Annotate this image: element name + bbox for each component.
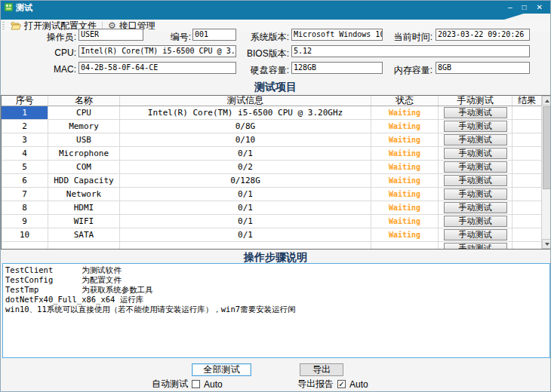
operator-label: 操作员: bbox=[23, 31, 76, 44]
result-cell bbox=[513, 133, 541, 146]
status-text: Waiting bbox=[389, 217, 420, 225]
hdd-label: 硬盘容量: bbox=[242, 64, 289, 77]
table-row[interactable]: 4 Microphone 0/1 Waiting 手动测试 bbox=[2, 147, 541, 161]
header-result[interactable]: 结果 bbox=[513, 96, 541, 106]
result-cell bbox=[513, 228, 541, 241]
header-no[interactable]: 序号 bbox=[2, 96, 48, 106]
scroll-up-button[interactable] bbox=[542, 96, 551, 106]
table-row[interactable]: 手动测试 bbox=[2, 242, 541, 250]
table-row[interactable]: 5 COM 0/2 Waiting 手动测试 bbox=[2, 161, 541, 174]
table-row[interactable]: 10 SATA 0/1 Waiting 手动测试 bbox=[2, 228, 541, 242]
status-text: Waiting bbox=[389, 163, 420, 171]
app-icon bbox=[5, 3, 13, 11]
system-version-label: 系统版本: bbox=[242, 31, 289, 44]
manual-test-button[interactable]: 手动测试 bbox=[444, 188, 507, 200]
result-cell bbox=[513, 106, 541, 119]
header-manual[interactable]: 手动测试 bbox=[439, 96, 513, 106]
table-row[interactable]: 9 WIFI 0/1 Waiting 手动测试 bbox=[2, 215, 541, 228]
cpu-label: CPU: bbox=[23, 47, 76, 58]
status-text: Waiting bbox=[389, 122, 420, 130]
result-cell bbox=[513, 161, 541, 173]
table-row[interactable]: 8 HDMI 0/1 Waiting 手动测试 bbox=[2, 201, 541, 215]
scrollbar-thumb[interactable] bbox=[543, 106, 551, 189]
table-header-row: 序号 名称 测试信息 状态 手动测试 结果 bbox=[2, 96, 541, 106]
header-status[interactable]: 状态 bbox=[371, 96, 439, 106]
result-cell bbox=[513, 188, 541, 201]
number-label: 编号: bbox=[146, 31, 191, 44]
hdd-field[interactable]: 128GB bbox=[291, 62, 383, 74]
status-text: Waiting bbox=[389, 136, 420, 144]
test-items-table: 序号 名称 测试信息 状态 手动测试 结果 1 CPU Intel(R) Cor… bbox=[1, 95, 551, 250]
memory-label: 内存容量: bbox=[387, 64, 432, 77]
header-info[interactable]: 测试信息 bbox=[120, 96, 371, 106]
minimize-button[interactable]: – bbox=[508, 2, 513, 12]
app-window: 测试 – □ ✕ 打开测试配置文件 ⚙ 接口管理 操作员: USER 编号: 0… bbox=[0, 0, 551, 392]
mac-label: MAC: bbox=[23, 64, 76, 75]
export-report-option-label: Auto bbox=[349, 379, 368, 390]
maximize-button[interactable]: □ bbox=[522, 2, 527, 12]
window-title: 测试 bbox=[16, 2, 32, 14]
export-report-checkbox[interactable]: ✓ bbox=[337, 380, 346, 388]
table-scrollbar[interactable] bbox=[541, 96, 551, 249]
result-cell bbox=[513, 215, 541, 228]
status-text: Waiting bbox=[389, 190, 420, 198]
status-text: Waiting bbox=[389, 176, 420, 185]
manual-test-button[interactable]: 手动测试 bbox=[444, 175, 507, 186]
toolbar-grip[interactable] bbox=[2, 22, 5, 30]
auto-test-label: 自动测试 bbox=[152, 378, 188, 390]
arrow-up-icon bbox=[545, 100, 549, 103]
manual-test-button[interactable]: 手动测试 bbox=[444, 134, 507, 145]
status-text: Waiting bbox=[389, 109, 420, 117]
scroll-down-button[interactable] bbox=[542, 239, 551, 249]
mac-field[interactable]: 04-2B-58-0F-64-CE bbox=[78, 62, 236, 74]
manual-test-button[interactable]: 手动测试 bbox=[444, 229, 507, 240]
table-row[interactable]: 7 Network 0/1 Waiting 手动测试 bbox=[2, 188, 541, 201]
result-cell bbox=[513, 201, 541, 214]
status-text: Waiting bbox=[389, 231, 420, 239]
close-button[interactable]: ✕ bbox=[537, 2, 543, 12]
title-bar[interactable]: 测试 – □ ✕ bbox=[1, 1, 550, 14]
system-version-field[interactable]: Microsoft Windows 10 专 bbox=[291, 29, 383, 41]
test-items-title: 测试项目 bbox=[1, 81, 550, 94]
manual-test-button[interactable]: 手动测试 bbox=[444, 216, 507, 227]
steps-textarea[interactable]: TestClient 为测试软件 TestConfig 为配置文件 TestTm… bbox=[2, 263, 550, 358]
manual-test-button[interactable]: 手动测试 bbox=[444, 121, 507, 132]
result-cell bbox=[513, 147, 541, 160]
manual-test-button[interactable]: 手动测试 bbox=[444, 107, 507, 118]
manual-test-button[interactable]: 手动测试 bbox=[444, 161, 507, 173]
cpu-field[interactable]: Intel(R) Core(TM) i5-6500 CPU @ 3.20GHz bbox=[78, 45, 236, 57]
manual-test-button[interactable]: 手动测试 bbox=[444, 202, 507, 213]
table-row[interactable]: 1 CPU Intel(R) Core(TM) i5-6500 CPU @ 3.… bbox=[2, 106, 541, 120]
memory-field[interactable]: 8GB bbox=[436, 62, 530, 74]
status-text: Waiting bbox=[389, 204, 420, 212]
header-name[interactable]: 名称 bbox=[48, 96, 120, 106]
test-all-button[interactable]: 全部测试 bbox=[192, 363, 251, 376]
table-row[interactable]: 3 USB 0/10 Waiting 手动测试 bbox=[2, 133, 541, 147]
auto-test-checkbox[interactable] bbox=[192, 380, 200, 388]
export-report-label: 导出报告 bbox=[297, 378, 334, 390]
open-folder-icon bbox=[11, 21, 21, 30]
manual-test-button[interactable]: 手动测试 bbox=[444, 148, 507, 159]
export-button[interactable]: 导出 bbox=[300, 363, 343, 376]
result-cell bbox=[513, 120, 541, 133]
table-row[interactable]: 6 HDD Capacity 0/128G Waiting 手动测试 bbox=[2, 174, 541, 188]
arrow-down-icon bbox=[545, 243, 549, 246]
result-cell bbox=[513, 174, 541, 187]
status-text: Waiting bbox=[389, 149, 420, 158]
table-row[interactable]: 2 Memory 0/8G Waiting 手动测试 bbox=[2, 120, 541, 133]
bios-label: BIOS版本: bbox=[242, 47, 289, 60]
auto-test-option-label: Auto bbox=[204, 379, 223, 390]
current-time-label: 当前时间: bbox=[387, 31, 432, 44]
operator-field[interactable]: USER bbox=[78, 29, 143, 41]
result-cell bbox=[513, 242, 541, 250]
steps-text: TestClient 为测试软件 TestConfig 为配置文件 TestTm… bbox=[3, 264, 549, 316]
bios-field[interactable]: 5.12 bbox=[291, 45, 530, 57]
number-field[interactable]: 001 bbox=[192, 29, 236, 41]
current-time-field[interactable]: 2023-03-22 09:20:26 bbox=[436, 29, 530, 41]
manual-test-button[interactable]: 手动测试 bbox=[444, 243, 507, 250]
